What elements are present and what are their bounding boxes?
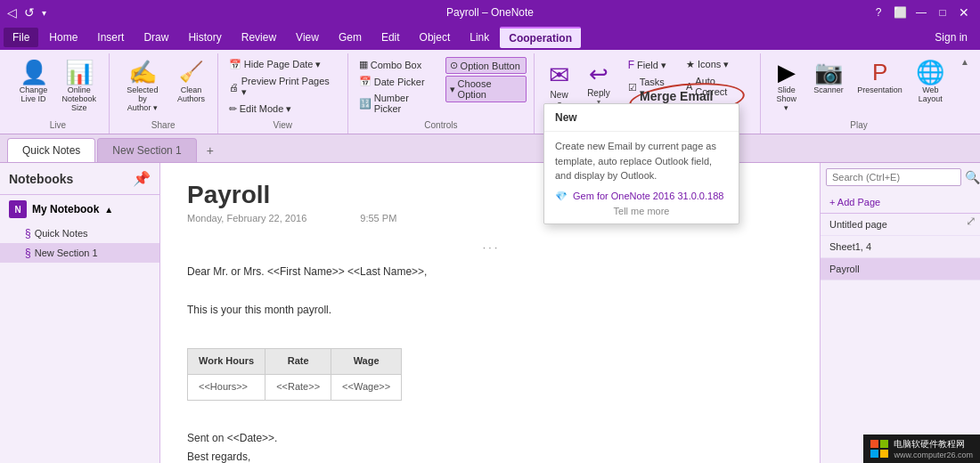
option-button-btn[interactable]: ⊙ Option Button	[445, 57, 527, 74]
resize-icon[interactable]: ⤢	[966, 214, 976, 228]
section-icon-quick: §	[25, 227, 31, 240]
presentation-button[interactable]: P Presentation	[853, 57, 908, 98]
combo-box-button[interactable]: ▦ Combo Box	[355, 57, 442, 72]
menu-draw[interactable]: Draw	[135, 28, 177, 47]
search-icon[interactable]: 🔍	[965, 170, 980, 184]
page-time: 9:55 PM	[360, 213, 396, 223]
tab-quick-notes[interactable]: Quick Notes	[7, 138, 95, 162]
sidebar-header: Notebooks 📌	[0, 163, 159, 195]
scanner-button[interactable]: 📷 Scanner	[808, 57, 848, 98]
restore-button[interactable]: ⬜	[891, 4, 909, 21]
right-panel: 🔍 + Add Page ⤢ Untitled page Sheet1, 4 P…	[820, 163, 980, 463]
menu-review[interactable]: Review	[233, 28, 285, 47]
tabs-bar: Quick Notes New Section 1 +	[0, 134, 980, 163]
menu-insert[interactable]: Insert	[88, 28, 133, 47]
new-email-label: New	[551, 90, 568, 100]
window-controls: ? ⬜ — □ ✕	[870, 4, 973, 21]
collapse-notebook-icon[interactable]: ▲	[104, 205, 113, 215]
sidebar: Notebooks 📌 N My Notebook ▲ § Quick Note…	[0, 163, 160, 463]
menu-link[interactable]: Link	[461, 28, 498, 47]
slide-show-label: SlideShow ▾	[773, 85, 800, 112]
minimize-button[interactable]: —	[912, 4, 930, 21]
number-picker-label: Number Picker	[374, 93, 438, 114]
menu-history[interactable]: History	[179, 28, 230, 47]
ribbon-group-buttons-play: ▶ SlideShow ▾ 📷 Scanner P Presentation 🌐…	[768, 57, 950, 117]
ribbon-collapse[interactable]: ▲	[957, 53, 973, 134]
view-group-label: View	[273, 120, 292, 130]
page-list-untitled[interactable]: Untitled page	[821, 214, 980, 236]
notebooks-title: Notebooks	[9, 172, 73, 186]
menu-gem[interactable]: Gem	[330, 28, 371, 47]
sidebar-item-new-section-1[interactable]: § New Section 1	[0, 243, 159, 263]
maximize-button[interactable]: □	[934, 4, 951, 21]
auto-correct-button[interactable]: A Auto Correct	[682, 74, 753, 99]
edit-mode-button[interactable]: ✏ Edit Mode ▾	[225, 102, 340, 117]
selected-by-author-button[interactable]: ✍ Selected byAuthor ▾	[117, 57, 168, 116]
tasks-label: Tasks ▾	[640, 77, 672, 99]
scanner-label: Scanner	[813, 85, 844, 94]
menu-object[interactable]: Object	[411, 28, 460, 47]
pin-icon[interactable]: 📌	[133, 170, 151, 187]
notebook-size-icon: 📊	[65, 61, 94, 84]
ribbon-group-buttons-view: 📅 Hide Page Date ▾ 🖨 Preview Print Pages…	[225, 57, 340, 117]
icons-label: Icons ▾	[698, 59, 729, 70]
live-group-label: Live	[50, 120, 66, 130]
choose-option-icon: ▾	[450, 84, 455, 95]
icons-button[interactable]: ★ Icons ▾	[682, 57, 753, 72]
change-live-id-button[interactable]: 👤 ChangeLive ID	[14, 57, 53, 107]
tell-more-link[interactable]: Tell me more	[555, 206, 728, 216]
tab-new-section-1[interactable]: New Section 1	[97, 138, 196, 162]
menu-home[interactable]: Home	[40, 28, 86, 47]
help-button[interactable]: ?	[870, 4, 887, 21]
section-icon-new: §	[25, 247, 31, 259]
notebook-icon: N	[9, 200, 27, 218]
close-button[interactable]: ✕	[955, 4, 973, 21]
dropdown-icon[interactable]: ▾	[42, 8, 46, 18]
menu-view[interactable]: View	[287, 28, 328, 47]
page-list-sheet1[interactable]: Sheet1, 4	[821, 236, 980, 258]
tab-add-button[interactable]: +	[199, 139, 222, 162]
undo-icon[interactable]: ↺	[24, 5, 35, 20]
ribbon-group-buttons-controls: ▦ Combo Box 📅 Date Picker 🔢 Number Picke…	[355, 57, 527, 117]
number-picker-button[interactable]: 🔢 Number Picker	[355, 91, 442, 116]
date-picker-button[interactable]: 📅 Date Picker	[355, 74, 442, 89]
gem-icon: 💎	[555, 191, 568, 202]
ribbon-group-buttons-share: ✍ Selected byAuthor ▾ 🧹 CleanAuthors	[117, 57, 210, 117]
sidebar-item-quick-notes[interactable]: § Quick Notes	[0, 223, 159, 243]
table-header-wage: Wage	[331, 349, 402, 375]
windows-logo	[870, 440, 888, 458]
table-cell-wage: <<Wage>>	[331, 375, 402, 401]
clean-authors-label: CleanAuthors	[177, 85, 205, 103]
page-list-payroll[interactable]: Payroll	[821, 258, 980, 280]
menu-bar: File Home Insert Draw History Review Vie…	[0, 25, 980, 50]
main-layout: Notebooks 📌 N My Notebook ▲ § Quick Note…	[0, 163, 980, 463]
clean-authors-button[interactable]: 🧹 CleanAuthors	[172, 57, 210, 107]
back-icon[interactable]: ◁	[7, 5, 17, 20]
choose-option-button[interactable]: ▾ Choose Option	[445, 76, 527, 102]
field-button[interactable]: F Field ▾	[625, 57, 675, 73]
change-live-id-label: ChangeLive ID	[20, 85, 48, 103]
web-layout-button[interactable]: 🌐 WebLayout	[911, 57, 951, 107]
svg-rect-2	[870, 450, 878, 458]
menu-cooperation[interactable]: Cooperation	[500, 27, 581, 48]
merge-email-popup: New Create new Email by current page as …	[543, 103, 739, 224]
menu-file[interactable]: File	[4, 28, 38, 47]
field-label: Field ▾	[637, 60, 666, 71]
menu-edit[interactable]: Edit	[372, 28, 409, 47]
add-page-button[interactable]: + Add Page	[821, 191, 980, 214]
tasks-button[interactable]: ☑ Tasks ▾	[625, 75, 675, 101]
watermark: 电脑软硬件教程网 www.computer26.com	[863, 435, 980, 463]
controls-col-right: ⊙ Option Button ▾ Choose Option	[445, 57, 527, 102]
collapse-icon[interactable]: ▲	[960, 57, 969, 67]
table-cell-hours: <<Hours>>	[188, 375, 265, 401]
hide-page-date-button[interactable]: 📅 Hide Page Date ▾	[225, 57, 340, 72]
sign-in-button[interactable]: Sign in	[926, 28, 976, 47]
online-notebook-size-button[interactable]: 📊 OnlineNotebookSize	[57, 57, 102, 116]
popup-description: Create new Email by current page as temp…	[555, 139, 728, 183]
slide-show-button[interactable]: ▶ SlideShow ▾	[768, 57, 805, 116]
search-input[interactable]	[826, 168, 961, 186]
gem-link[interactable]: 💎 Gem for OneNote 2016 31.0.0.188	[555, 191, 728, 202]
my-notebook[interactable]: N My Notebook ▲	[0, 195, 159, 223]
preview-print-pages-button[interactable]: 🖨 Preview Print Pages ▾	[225, 74, 340, 100]
popup-header: New	[544, 104, 739, 132]
